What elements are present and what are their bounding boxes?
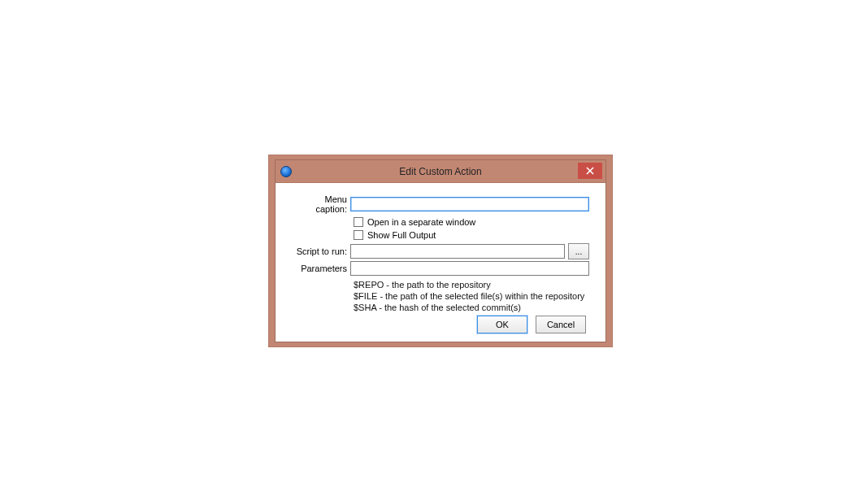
dialog-buttons: OK Cancel — [477, 316, 586, 333]
close-button[interactable] — [578, 163, 602, 179]
edit-custom-action-dialog: Edit Custom Action Menu caption: Open in… — [275, 159, 606, 342]
show-full-output-label[interactable]: Show Full Output — [367, 229, 436, 241]
menu-caption-label: Menu caption: — [292, 194, 350, 214]
show-full-output-row: Show Full Output — [354, 229, 589, 242]
menu-caption-input[interactable] — [350, 197, 589, 211]
form: Menu caption: Open in a separate window … — [284, 183, 597, 313]
window-title: Edit Custom Action — [276, 166, 605, 177]
menu-caption-row: Menu caption: — [292, 194, 589, 214]
open-separate-checkbox[interactable] — [354, 217, 363, 227]
helper-line-repo: $REPO - the path to the repository — [354, 279, 589, 290]
open-separate-label[interactable]: Open in a separate window — [367, 216, 475, 228]
parameters-input[interactable] — [350, 261, 589, 276]
show-full-output-checkbox[interactable] — [354, 230, 363, 240]
cancel-button[interactable]: Cancel — [536, 316, 586, 333]
parameters-label: Parameters — [292, 264, 350, 273]
helper-line-sha: $SHA - the hash of the selected commit(s… — [354, 302, 589, 313]
dialog-content: Menu caption: Open in a separate window … — [284, 183, 597, 342]
browse-script-button[interactable]: ... — [568, 243, 589, 259]
app-icon — [280, 166, 292, 177]
titlebar: Edit Custom Action — [276, 160, 605, 183]
script-to-run-label: Script to run: — [292, 246, 350, 256]
helper-line-file: $FILE - the path of the selected file(s)… — [354, 290, 589, 302]
helper-text: $REPO - the path to the repository $FILE… — [354, 279, 589, 313]
ok-button[interactable]: OK — [477, 316, 527, 333]
parameters-row: Parameters — [292, 261, 589, 276]
script-to-run-input[interactable] — [350, 244, 565, 259]
script-to-run-row: Script to run: ... — [292, 243, 589, 259]
close-icon — [586, 167, 594, 175]
open-separate-row: Open in a separate window — [354, 216, 589, 229]
